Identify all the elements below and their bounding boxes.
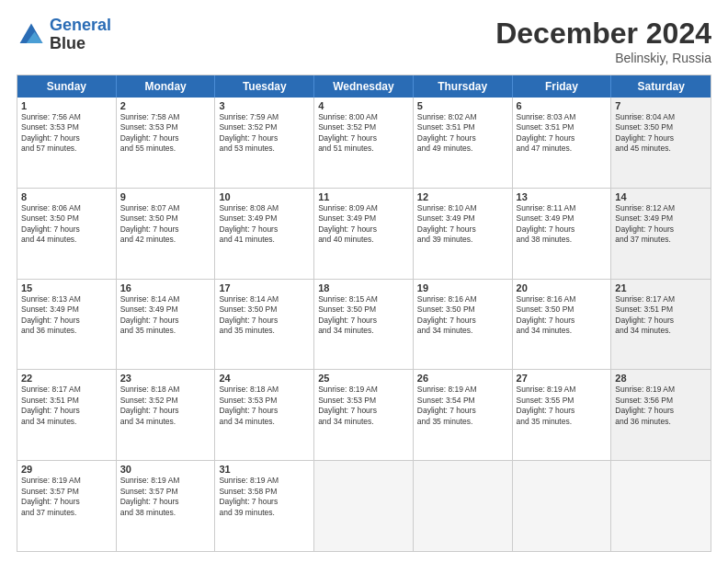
day-number: 29 [21, 464, 112, 475]
day-number: 3 [219, 100, 310, 111]
cell-info: Sunrise: 8:12 AM Sunset: 3:49 PM Dayligh… [615, 203, 707, 246]
calendar-header: SundayMondayTuesdayWednesdayThursdayFrid… [17, 75, 711, 98]
cal-cell [314, 461, 414, 551]
cell-info: Sunrise: 7:56 AM Sunset: 3:53 PM Dayligh… [21, 112, 112, 155]
week-row-4: 22Sunrise: 8:17 AM Sunset: 3:51 PM Dayli… [17, 370, 711, 461]
day-number: 31 [219, 464, 310, 475]
cell-info: Sunrise: 8:19 AM Sunset: 3:53 PM Dayligh… [318, 385, 409, 427]
day-number: 13 [517, 191, 608, 202]
header: General Blue December 2024 Belinskiy, Ru… [17, 17, 711, 65]
cell-info: Sunrise: 8:18 AM Sunset: 3:52 PM Dayligh… [120, 385, 211, 427]
logo: General Blue [17, 17, 111, 53]
cell-info: Sunrise: 8:06 AM Sunset: 3:50 PM Dayligh… [21, 203, 112, 246]
day-number: 15 [21, 282, 112, 293]
cell-info: Sunrise: 8:04 AM Sunset: 3:50 PM Dayligh… [615, 112, 707, 155]
day-number: 16 [120, 282, 211, 293]
day-number: 6 [517, 100, 608, 111]
day-number: 24 [219, 373, 310, 384]
cell-info: Sunrise: 8:08 AM Sunset: 3:49 PM Dayligh… [219, 203, 310, 246]
week-row-3: 15Sunrise: 8:13 AM Sunset: 3:49 PM Dayli… [17, 280, 711, 371]
cal-cell: 12Sunrise: 8:10 AM Sunset: 3:49 PM Dayli… [414, 189, 513, 279]
cell-info: Sunrise: 8:14 AM Sunset: 3:49 PM Dayligh… [120, 294, 211, 337]
day-number: 4 [318, 100, 409, 111]
cal-cell: 27Sunrise: 8:19 AM Sunset: 3:55 PM Dayli… [513, 370, 612, 460]
day-number: 11 [318, 191, 409, 202]
cell-info: Sunrise: 8:19 AM Sunset: 3:57 PM Dayligh… [120, 476, 211, 518]
day-number: 2 [120, 100, 211, 111]
day-number: 27 [517, 373, 608, 384]
cal-cell [611, 461, 711, 551]
day-number: 10 [219, 191, 310, 202]
day-number: 12 [417, 191, 508, 202]
cell-info: Sunrise: 8:00 AM Sunset: 3:52 PM Dayligh… [318, 112, 409, 155]
cal-cell: 16Sunrise: 8:14 AM Sunset: 3:49 PM Dayli… [117, 280, 216, 370]
header-day-tuesday: Tuesday [215, 75, 314, 98]
month-title: December 2024 [495, 17, 711, 51]
cell-info: Sunrise: 8:19 AM Sunset: 3:58 PM Dayligh… [219, 476, 310, 518]
cal-cell: 17Sunrise: 8:14 AM Sunset: 3:50 PM Dayli… [215, 280, 314, 370]
cell-info: Sunrise: 8:13 AM Sunset: 3:49 PM Dayligh… [21, 294, 112, 337]
cal-cell: 10Sunrise: 8:08 AM Sunset: 3:49 PM Dayli… [215, 189, 314, 279]
cal-cell: 14Sunrise: 8:12 AM Sunset: 3:49 PM Dayli… [611, 189, 711, 279]
cal-cell: 7Sunrise: 8:04 AM Sunset: 3:50 PM Daylig… [611, 98, 711, 188]
cal-cell: 8Sunrise: 8:06 AM Sunset: 3:50 PM Daylig… [17, 189, 117, 279]
title-block: December 2024 Belinskiy, Russia [495, 17, 711, 65]
week-row-5: 29Sunrise: 8:19 AM Sunset: 3:57 PM Dayli… [17, 461, 711, 551]
cal-cell [414, 461, 513, 551]
cal-cell: 28Sunrise: 8:19 AM Sunset: 3:56 PM Dayli… [611, 370, 711, 460]
day-number: 1 [21, 100, 112, 111]
cell-info: Sunrise: 8:09 AM Sunset: 3:49 PM Dayligh… [318, 203, 409, 246]
cell-info: Sunrise: 8:19 AM Sunset: 3:54 PM Dayligh… [417, 385, 508, 427]
header-day-wednesday: Wednesday [314, 75, 414, 98]
logo-text: General Blue [50, 17, 111, 53]
cell-info: Sunrise: 8:03 AM Sunset: 3:51 PM Dayligh… [517, 112, 608, 155]
day-number: 17 [219, 282, 310, 293]
header-day-monday: Monday [117, 75, 216, 98]
day-number: 18 [318, 282, 409, 293]
day-number: 23 [120, 373, 211, 384]
cal-cell: 21Sunrise: 8:17 AM Sunset: 3:51 PM Dayli… [611, 280, 711, 370]
cell-info: Sunrise: 8:07 AM Sunset: 3:50 PM Dayligh… [120, 203, 211, 246]
cal-cell: 22Sunrise: 8:17 AM Sunset: 3:51 PM Dayli… [17, 370, 117, 460]
cell-info: Sunrise: 8:15 AM Sunset: 3:50 PM Dayligh… [318, 294, 409, 337]
cell-info: Sunrise: 8:17 AM Sunset: 3:51 PM Dayligh… [615, 294, 707, 337]
cal-cell: 25Sunrise: 8:19 AM Sunset: 3:53 PM Dayli… [314, 370, 414, 460]
cal-cell: 2Sunrise: 7:58 AM Sunset: 3:53 PM Daylig… [117, 98, 216, 188]
cell-info: Sunrise: 8:11 AM Sunset: 3:49 PM Dayligh… [517, 203, 608, 246]
day-number: 5 [417, 100, 508, 111]
cal-cell [513, 461, 612, 551]
cell-info: Sunrise: 8:16 AM Sunset: 3:50 PM Dayligh… [517, 294, 608, 337]
day-number: 30 [120, 464, 211, 475]
day-number: 8 [21, 191, 112, 202]
header-day-saturday: Saturday [611, 75, 711, 98]
cal-cell: 18Sunrise: 8:15 AM Sunset: 3:50 PM Dayli… [314, 280, 414, 370]
day-number: 9 [120, 191, 211, 202]
cell-info: Sunrise: 8:18 AM Sunset: 3:53 PM Dayligh… [219, 385, 310, 427]
cell-info: Sunrise: 8:19 AM Sunset: 3:56 PM Dayligh… [615, 385, 707, 427]
calendar-body: 1Sunrise: 7:56 AM Sunset: 3:53 PM Daylig… [17, 98, 711, 551]
cal-cell: 5Sunrise: 8:02 AM Sunset: 3:51 PM Daylig… [414, 98, 513, 188]
day-number: 19 [417, 282, 508, 293]
cell-info: Sunrise: 8:17 AM Sunset: 3:51 PM Dayligh… [21, 385, 112, 427]
header-day-thursday: Thursday [414, 75, 513, 98]
cell-info: Sunrise: 7:59 AM Sunset: 3:52 PM Dayligh… [219, 112, 310, 155]
cell-info: Sunrise: 8:10 AM Sunset: 3:49 PM Dayligh… [417, 203, 508, 246]
day-number: 21 [615, 282, 707, 293]
cal-cell: 4Sunrise: 8:00 AM Sunset: 3:52 PM Daylig… [314, 98, 414, 188]
cell-info: Sunrise: 8:19 AM Sunset: 3:57 PM Dayligh… [21, 476, 112, 518]
subtitle: Belinskiy, Russia [495, 51, 711, 65]
day-number: 14 [615, 191, 707, 202]
cal-cell: 31Sunrise: 8:19 AM Sunset: 3:58 PM Dayli… [215, 461, 314, 551]
day-number: 28 [615, 373, 707, 384]
cal-cell: 26Sunrise: 8:19 AM Sunset: 3:54 PM Dayli… [414, 370, 513, 460]
cal-cell: 19Sunrise: 8:16 AM Sunset: 3:50 PM Dayli… [414, 280, 513, 370]
cal-cell: 11Sunrise: 8:09 AM Sunset: 3:49 PM Dayli… [314, 189, 414, 279]
cal-cell: 3Sunrise: 7:59 AM Sunset: 3:52 PM Daylig… [215, 98, 314, 188]
day-number: 22 [21, 373, 112, 384]
page: General Blue December 2024 Belinskiy, Ru… [0, 0, 728, 563]
calendar: SundayMondayTuesdayWednesdayThursdayFrid… [17, 75, 711, 552]
cell-info: Sunrise: 8:16 AM Sunset: 3:50 PM Dayligh… [417, 294, 508, 337]
cal-cell: 30Sunrise: 8:19 AM Sunset: 3:57 PM Dayli… [117, 461, 216, 551]
week-row-1: 1Sunrise: 7:56 AM Sunset: 3:53 PM Daylig… [17, 98, 711, 189]
day-number: 26 [417, 373, 508, 384]
